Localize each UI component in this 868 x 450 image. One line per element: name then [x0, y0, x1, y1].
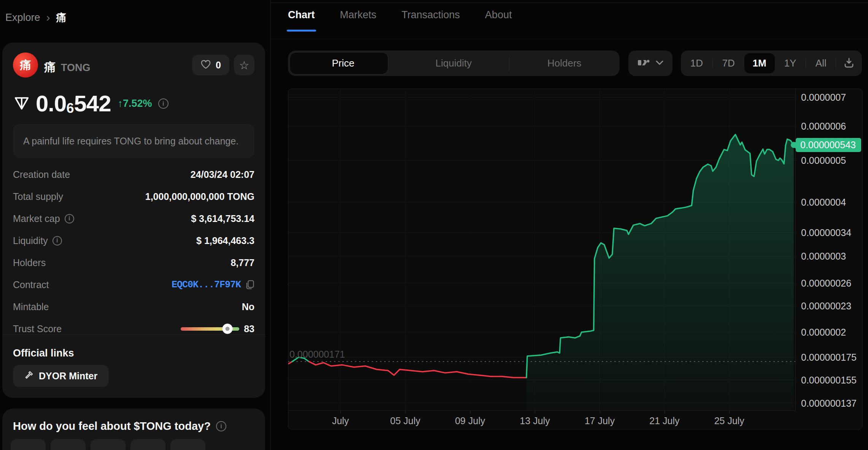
time-axis-tick: [535, 411, 535, 414]
tradingview-icon: [637, 58, 651, 69]
divider: [2, 334, 265, 335]
like-button[interactable]: 0: [192, 55, 229, 75]
metric-holders[interactable]: Holders: [509, 57, 620, 69]
stat-label: Liquidityi: [13, 235, 62, 246]
price-axis[interactable]: 0.00000070.00000060.00000050.00000040.00…: [795, 89, 863, 410]
info-icon[interactable]: i: [65, 214, 74, 223]
chevron-down-icon: [656, 60, 663, 67]
sentiment-question: How do you feel about $TONG today?: [13, 420, 211, 433]
token-stats: Creation date24/03/24 02:07Total supply1…: [13, 163, 254, 340]
stat-row-holders: Holders8,777: [13, 252, 254, 274]
tab-transactions[interactable]: Transactions: [402, 9, 460, 32]
stat-label: Holders: [13, 257, 46, 268]
sentiment-options: [11, 439, 205, 450]
token-price: 0.0 6 542 ↑7.52% i: [13, 90, 169, 117]
stat-row-mintable: MintableNo: [13, 296, 254, 318]
sentiment-option[interactable]: [130, 439, 165, 450]
price-axis-label: 0.0000007: [801, 92, 846, 103]
official-links-heading: Official links: [13, 347, 74, 359]
price-change: ↑7.52%: [118, 98, 152, 109]
stat-value: EQC0K...7F97K: [172, 279, 254, 290]
time-axis-label: July: [332, 415, 349, 426]
tabbar-border: [271, 39, 868, 39]
sentiment-option[interactable]: [170, 439, 205, 450]
dyor-minter-button[interactable]: DYOR Minter: [13, 365, 109, 387]
like-count: 0: [216, 60, 221, 71]
price-chart[interactable]: 0.000000171 0.00000070.00000060.00000050…: [288, 89, 863, 429]
time-axis-tick: [340, 411, 341, 414]
price-axis-label: 0.000000137: [801, 398, 857, 409]
sentiment-option[interactable]: [51, 439, 86, 450]
price-axis-label: 0.0000003: [801, 251, 846, 262]
tab-chart[interactable]: Chart: [288, 9, 315, 32]
stat-value: 83: [181, 323, 254, 334]
stat-row-market-cap: Market capi$ 3,614,753.14: [13, 208, 254, 230]
time-axis-label: 05 July: [390, 415, 420, 426]
timeframe-separator: [806, 59, 806, 68]
timeframe-separator: [836, 59, 836, 68]
chart-plot[interactable]: [288, 89, 795, 410]
top-border: [271, 3, 868, 3]
time-axis-tick: [600, 411, 600, 414]
stat-row-trust-score: Trust Score83: [13, 318, 254, 340]
price-axis-label: 0.0000002: [801, 327, 846, 338]
time-axis-label: 21 July: [649, 415, 679, 426]
price-axis-label: 0.0000005: [801, 155, 846, 166]
price-prefix: 0.0: [36, 90, 66, 117]
favorite-button[interactable]: ☆: [234, 55, 254, 75]
price-digits: 542: [74, 90, 111, 117]
token-title: 痛 TONG: [44, 59, 91, 75]
trust-score-value: 83: [244, 323, 254, 334]
token-summary-card: 痛 痛 TONG 0 ☆ 0.0 6 542 ↑7.52% i A painfu…: [2, 43, 265, 398]
trust-score-slider[interactable]: [181, 327, 239, 331]
timeframe-separator: [712, 59, 713, 68]
price-info-icon[interactable]: i: [158, 98, 169, 109]
info-icon[interactable]: i: [52, 236, 62, 246]
download-icon[interactable]: [843, 57, 855, 70]
timeframe-all[interactable]: All: [813, 54, 829, 72]
price-axis-label: 0.0000006: [801, 121, 846, 132]
stat-value: $ 3,614,753.14: [191, 213, 254, 224]
metric-price[interactable]: Price: [288, 57, 398, 69]
dyor-minter-label: DYOR Minter: [39, 371, 97, 382]
hammer-icon: [24, 370, 34, 382]
time-axis[interactable]: July05 July09 July13 July17 July21 July2…: [288, 410, 795, 429]
contract-address-link[interactable]: EQC0K...7F97K: [172, 279, 241, 290]
slider-handle[interactable]: [223, 324, 233, 334]
stat-row-liquidity: Liquidityi$ 1,964,463.3: [13, 230, 254, 252]
price-axis-label: 0.0000004: [801, 197, 846, 208]
time-axis-label: 25 July: [714, 415, 744, 426]
ton-symbol-icon: [13, 94, 30, 113]
stat-label: Market capi: [13, 213, 74, 224]
breadcrumb: Explore › 痛: [5, 11, 67, 24]
baseline-price-label: 0.000000171: [289, 349, 345, 360]
panel-divider: [270, 0, 271, 450]
tab-markets[interactable]: Markets: [340, 9, 377, 32]
chevron-right-icon: ›: [46, 11, 50, 24]
price-axis-label: 0.000000175: [801, 352, 857, 363]
token-description-box: A painful life requires TONG to bring ab…: [13, 124, 254, 158]
breadcrumb-current: 痛: [56, 11, 67, 24]
sentiment-option[interactable]: [11, 439, 46, 450]
token-ticker: TONG: [61, 62, 91, 74]
time-axis-tick: [665, 411, 665, 414]
sentiment-info-icon[interactable]: i: [216, 421, 226, 431]
copy-icon[interactable]: [245, 280, 254, 290]
tab-about[interactable]: About: [485, 9, 512, 32]
breadcrumb-explore-link[interactable]: Explore: [5, 12, 40, 24]
timeframe-1m[interactable]: 1M: [744, 53, 775, 73]
stat-value: 24/03/24 02:07: [191, 169, 254, 180]
time-axis-tick: [405, 411, 405, 414]
heart-icon: [200, 59, 211, 71]
timeframe-7d[interactable]: 7D: [720, 54, 737, 72]
sentiment-option[interactable]: [91, 439, 126, 450]
metric-liquidity[interactable]: Liquidity: [398, 57, 509, 69]
stat-label: Mintable: [13, 301, 49, 312]
timeframe-1y[interactable]: 1Y: [782, 54, 798, 72]
stat-row-contract: ContractEQC0K...7F97K: [13, 274, 254, 296]
timeframe-1d[interactable]: 1D: [688, 54, 705, 72]
timeframe-group: 1D7D1M1YAll: [681, 51, 862, 76]
stat-value: $ 1,964,463.3: [196, 235, 254, 246]
tradingview-dropdown-button[interactable]: [628, 51, 672, 76]
time-axis-label: 17 July: [585, 415, 615, 426]
